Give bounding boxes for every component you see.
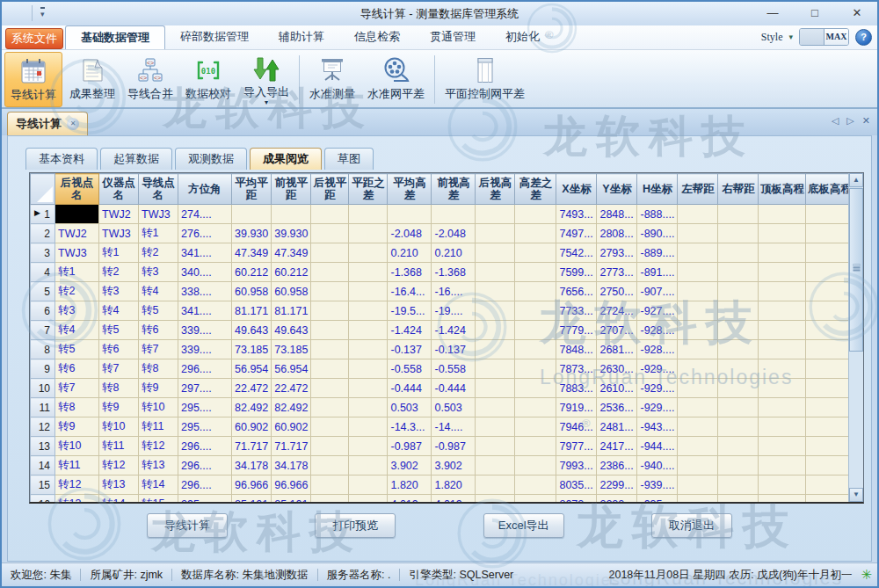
grid-cell[interactable] [678, 417, 718, 437]
grid-cell[interactable]: 转9 [139, 379, 178, 398]
grid-cell[interactable]: 341.... [178, 301, 232, 321]
grid-cell[interactable]: 0.503 [432, 398, 476, 417]
grid-cell[interactable] [515, 379, 556, 398]
grid-cell[interactable] [806, 359, 854, 379]
grid-cell[interactable] [349, 417, 388, 437]
grid-cell[interactable]: TWJ3 [99, 224, 139, 243]
grid-cell[interactable] [349, 282, 388, 301]
grid-cell[interactable] [476, 456, 515, 475]
row-header[interactable]: 7 [31, 321, 55, 340]
grid-cell[interactable] [806, 301, 854, 321]
grid-cell[interactable]: 2808... [597, 224, 637, 243]
ribbon-button-level-net-adjust[interactable]: 水准网平差 [362, 52, 430, 107]
column-header[interactable]: X坐标 [556, 174, 597, 205]
grid-cell[interactable]: 转13 [99, 475, 139, 495]
grid-cell[interactable]: -929.... [637, 359, 678, 379]
column-header[interactable]: 仪器点名 [99, 174, 139, 205]
grid-cell[interactable]: 60.212 [272, 263, 311, 282]
grid-cell[interactable]: 85.101 [232, 495, 272, 505]
grid-cell[interactable]: 转10 [55, 437, 99, 456]
column-header[interactable]: 前视平距 [272, 174, 311, 205]
grid-cell[interactable]: 转10 [139, 398, 178, 417]
grid-cell[interactable] [806, 282, 854, 301]
grid-cell[interactable]: 39.930 [272, 224, 311, 243]
grid-cell[interactable] [476, 417, 515, 437]
grid-cell[interactable]: 7493... [556, 205, 597, 224]
grid-cell[interactable] [515, 359, 556, 379]
grid-cell[interactable] [759, 359, 806, 379]
grid-cell[interactable]: -2.048 [388, 224, 432, 243]
grid-cell[interactable]: -0.444 [388, 379, 432, 398]
grid-cell[interactable]: 82.492 [272, 398, 311, 417]
grid-cell[interactable]: 转1 [99, 243, 139, 263]
grid-cell[interactable] [515, 456, 556, 475]
grid-cell[interactable] [806, 224, 854, 243]
grid-cell[interactable] [476, 282, 515, 301]
grid-cell[interactable]: 296.... [178, 359, 232, 379]
row-header[interactable]: 5 [31, 282, 55, 301]
grid-cell[interactable]: 7946... [556, 417, 597, 437]
row-header[interactable]: 6 [31, 301, 55, 321]
grid-cell[interactable] [515, 495, 556, 505]
grid-cell[interactable] [806, 263, 854, 282]
grid-cell[interactable]: -943.... [637, 417, 678, 437]
grid-cell[interactable] [678, 224, 718, 243]
grid-cell[interactable]: -939.... [637, 475, 678, 495]
row-header[interactable]: 8 [31, 340, 55, 359]
grid-cell[interactable] [718, 398, 759, 417]
grid-cell[interactable]: -19.... [432, 301, 476, 321]
grid-cell[interactable]: 7873... [556, 359, 597, 379]
grid-cell[interactable] [678, 398, 718, 417]
grid-cell[interactable] [718, 495, 759, 505]
grid-cell[interactable]: 转15 [139, 495, 178, 505]
grid-cell[interactable] [759, 495, 806, 505]
grid-cell[interactable]: 7848... [556, 340, 597, 359]
grid-cell[interactable]: -0.987 [432, 437, 476, 456]
row-header[interactable]: 12 [31, 417, 55, 437]
grid-cell[interactable] [759, 205, 806, 224]
grid-cell[interactable] [476, 495, 515, 505]
grid-cell[interactable]: -1.368 [432, 263, 476, 282]
grid-cell[interactable]: -940.... [637, 456, 678, 475]
grid-cell[interactable] [718, 301, 759, 321]
grid-cell[interactable]: 73.185 [272, 340, 311, 359]
grid-cell[interactable] [718, 321, 759, 340]
subtab-5[interactable]: 草图 [324, 148, 374, 170]
grid-cell[interactable] [678, 340, 718, 359]
grid-cell[interactable] [476, 475, 515, 495]
row-header[interactable]: 14 [31, 456, 55, 475]
grid-cell[interactable] [515, 340, 556, 359]
grid-cell[interactable] [806, 205, 854, 224]
grid-cell[interactable]: -2.048 [432, 224, 476, 243]
grid-cell[interactable] [678, 263, 718, 282]
vertical-scrollbar[interactable]: ▲ ▼ [848, 173, 863, 502]
grid-cell[interactable]: 转2 [139, 243, 178, 263]
grid-cell[interactable] [349, 321, 388, 340]
grid-cell[interactable] [806, 243, 854, 263]
grid-cell[interactable] [759, 282, 806, 301]
grid-cell[interactable] [806, 475, 854, 495]
grid-cell[interactable]: -890.... [637, 224, 678, 243]
column-header[interactable]: 平距之差 [349, 174, 388, 205]
grid-cell[interactable] [806, 340, 854, 359]
grid-cell[interactable] [759, 398, 806, 417]
grid-cell[interactable] [718, 456, 759, 475]
grid-cell[interactable]: 2481... [597, 417, 637, 437]
grid-cell[interactable]: 转8 [55, 398, 99, 417]
grid-cell[interactable] [515, 224, 556, 243]
column-header[interactable]: 后视平距 [311, 174, 349, 205]
grid-cell[interactable]: 转5 [55, 340, 99, 359]
grid-cell[interactable]: 2681... [597, 340, 637, 359]
grid-cell[interactable]: 85.101 [272, 495, 311, 505]
grid-cell[interactable]: 1.820 [432, 475, 476, 495]
grid-cell[interactable] [806, 495, 854, 505]
grid-cell[interactable] [678, 379, 718, 398]
grid-cell[interactable]: 转3 [139, 263, 178, 282]
grid-cell[interactable] [718, 243, 759, 263]
grid-cell[interactable] [678, 437, 718, 456]
grid-cell[interactable]: 2630... [597, 359, 637, 379]
doc-nav-close-icon[interactable]: ✕ [862, 115, 870, 127]
grid-cell[interactable] [759, 301, 806, 321]
grid-cell[interactable]: 71.717 [272, 437, 311, 456]
grid-cell[interactable]: 296.... [178, 475, 232, 495]
